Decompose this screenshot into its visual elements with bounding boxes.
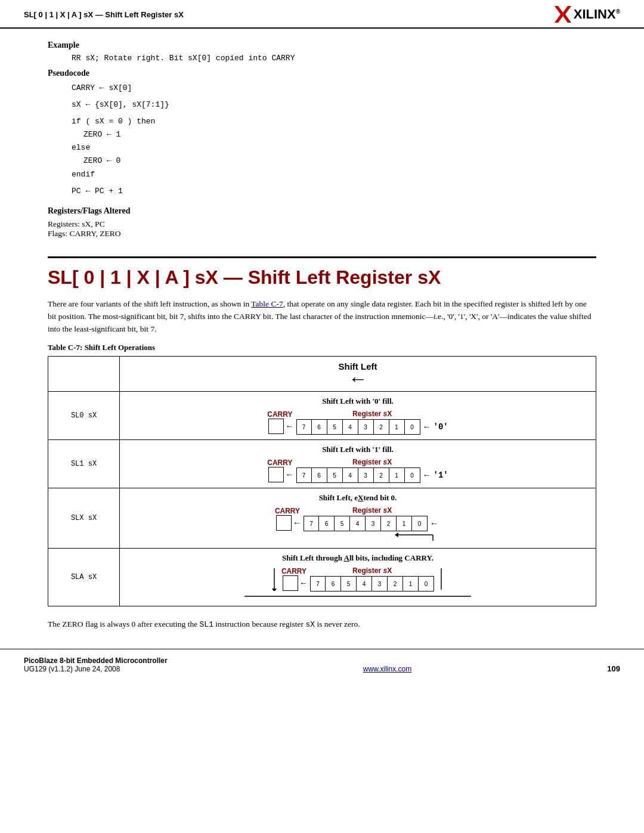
sl1-diagram-container: CARRY ← Register sX 7 6 (126, 458, 590, 483)
sl1-bit0: 0 (405, 467, 420, 483)
table-link[interactable]: Table C-7 (251, 299, 283, 308)
pseudo-line-7: endif (72, 168, 596, 181)
sla-loop-svg-right (434, 567, 448, 591)
shift-table: Shift Left ← SL0 sX Shift Left with '0' … (48, 356, 596, 607)
sl1-description: Shift Left with '1' fill. (126, 445, 590, 454)
sla-bit0: 0 (419, 576, 434, 592)
example-heading: Example (48, 41, 596, 50)
sla-bit4: 4 (357, 576, 372, 592)
table-shift-left-header: Shift Left ← (120, 356, 596, 392)
footer-url[interactable]: www.xilinx.com (363, 665, 411, 673)
pseudocode-section: Pseudocode CARRY ← sX[0] sX ← {sX[0], sX… (48, 69, 596, 198)
table-row-sl0: SL0 sX Shift Left with '0' fill. CARRY ← (48, 392, 596, 440)
sl0-bit5: 5 (327, 419, 343, 435)
pseudocode-block: CARRY ← sX[0] sX ← {sX[0], sX[7:1]} if (… (72, 82, 596, 198)
sl0-bit2: 2 (374, 419, 389, 435)
slx-carry-label: CARRY (275, 507, 300, 515)
table-row-slx: SLX sX Shift Left, eXtend bit 0. CARRY ← (48, 488, 596, 549)
slx-bit4: 4 (350, 516, 366, 531)
sl0-carry-box (268, 419, 284, 434)
sla-name: SLA sX (48, 549, 120, 606)
slx-loopback (126, 532, 590, 543)
sla-bit5: 5 (341, 576, 357, 592)
sl0-diagram-container: CARRY ← Register sX 7 (126, 410, 590, 435)
slx-carry-row: ← (276, 515, 302, 531)
pseudo-line-4: ZERO ← 1 (83, 128, 596, 141)
sl1-register-row: 7 6 5 4 3 2 1 0 ← '1' (296, 467, 448, 483)
sla-loop-svg-left (267, 567, 281, 591)
sl1-bit3: 3 (358, 467, 374, 483)
sl1-bit4: 4 (343, 467, 358, 483)
sl1-bit1: 1 (389, 467, 405, 483)
slx-bit1: 1 (397, 516, 412, 531)
sl0-bit3: 3 (358, 419, 374, 435)
slx-bit7: 7 (304, 516, 319, 531)
sl0-register-label: Register sX (352, 410, 392, 418)
slx-bit0: 0 (412, 516, 428, 531)
sla-register-label: Register sX (352, 566, 392, 575)
sl0-bit0: 0 (405, 419, 420, 435)
page-content: Example RR sX; Rotate right. Bit sX[0] c… (0, 41, 644, 631)
sl0-register-group: Register sX 7 6 5 4 3 2 1 (296, 410, 448, 435)
registers-text: Registers: sX, PC (48, 219, 596, 229)
sl1-register-group: Register sX 7 6 5 4 3 2 1 (296, 458, 448, 483)
footer-left: PicoBlaze 8-bit Embedded Microcontroller… (24, 657, 168, 673)
slx-arrow2: ← (430, 519, 438, 528)
sla-bit6: 6 (326, 576, 341, 592)
sla-carry-row: ← (283, 575, 309, 591)
sl0-carry-row: ← (268, 419, 295, 434)
footer-center: www.xilinx.com (363, 665, 411, 673)
sla-description: Shift Left through All bits, including C… (126, 553, 590, 563)
sl0-carry-group: CARRY ← (267, 410, 296, 434)
sl0-bit1: 1 (389, 419, 405, 435)
body-paragraph: There are four variants of the shift lef… (48, 298, 596, 336)
xilinx-logo: XILINX® (555, 6, 620, 23)
slx-bit5: 5 (335, 516, 350, 531)
pseudo-line-1: CARRY ← sX[0] (72, 82, 596, 95)
sl1-carry-row: ← (268, 467, 295, 482)
slx-bit6: 6 (319, 516, 335, 531)
shift-left-arrow-icon: ← (126, 371, 590, 387)
footer-doc-info: UG129 (v1.1.2) June 24, 2008 (24, 665, 120, 673)
sl0-description: Shift Left with '0' fill. (126, 397, 590, 406)
slx-register-group: Register sX 7 6 5 4 3 2 1 (304, 506, 441, 531)
slx-carry-box (276, 515, 292, 531)
slx-reg-boxes: 7 6 5 4 3 2 1 0 (304, 516, 428, 531)
sla-carry-box (283, 575, 298, 591)
sla-arrow1: ← (299, 578, 308, 588)
sl1-bit7: 7 (296, 467, 312, 483)
sl0-bit4: 4 (343, 419, 358, 435)
registers-heading: Registers/Flags Altered (48, 206, 596, 216)
flags-text: Flags: CARRY, ZERO (48, 229, 596, 239)
slx-register-row: 7 6 5 4 3 2 1 0 ← (304, 516, 441, 531)
slx-loopback-svg (268, 532, 447, 543)
sla-register-group: Register sX 7 6 5 4 3 2 1 (310, 566, 434, 592)
pseudo-line-2: sX ← {sX[0], sX[7:1]} (72, 98, 596, 112)
header-title: SL[ 0 | 1 | X | A ] sX — Shift Left Regi… (24, 10, 184, 19)
slx-register-label: Register sX (352, 506, 392, 515)
sl1-arrow1: ← (285, 470, 293, 479)
pseudo-line-3: if ( sX = 0 ) then (72, 115, 596, 128)
sl1-name: SL1 sX (48, 440, 120, 488)
svg-marker-3 (395, 532, 398, 537)
example-section: Example RR sX; Rotate right. Bit sX[0] c… (48, 41, 596, 63)
sla-bit2: 2 (388, 576, 403, 592)
sla-bottom-svg (233, 592, 483, 601)
sla-bit1: 1 (403, 576, 419, 592)
slx-diagram: Shift Left, eXtend bit 0. CARRY ← Regist… (120, 488, 596, 549)
slx-diagram-container: CARRY ← Register sX 7 6 (126, 506, 590, 531)
sl0-bit7: 7 (296, 419, 312, 435)
table-caption: Table C-7: Shift Left Operations (48, 343, 596, 352)
sl0-diagram: Shift Left with '0' fill. CARRY ← (120, 392, 596, 440)
sl0-reg-boxes: 7 6 5 4 3 2 1 0 (296, 419, 420, 435)
sl0-name: SL0 sX (48, 392, 120, 440)
svg-marker-5 (272, 589, 277, 591)
table-row-sl1: SL1 sX Shift Left with '1' fill. CARRY ← (48, 440, 596, 488)
sl0-carry-label: CARRY (267, 410, 292, 419)
slx-name: SLX sX (48, 488, 120, 549)
sl1-bit2: 2 (374, 467, 389, 483)
example-code: RR sX; Rotate right. Bit sX[0] copied in… (72, 54, 596, 63)
sl0-bit6: 6 (312, 419, 327, 435)
page-footer: PicoBlaze 8-bit Embedded Microcontroller… (0, 649, 644, 679)
sl1-carry-box (268, 467, 284, 482)
